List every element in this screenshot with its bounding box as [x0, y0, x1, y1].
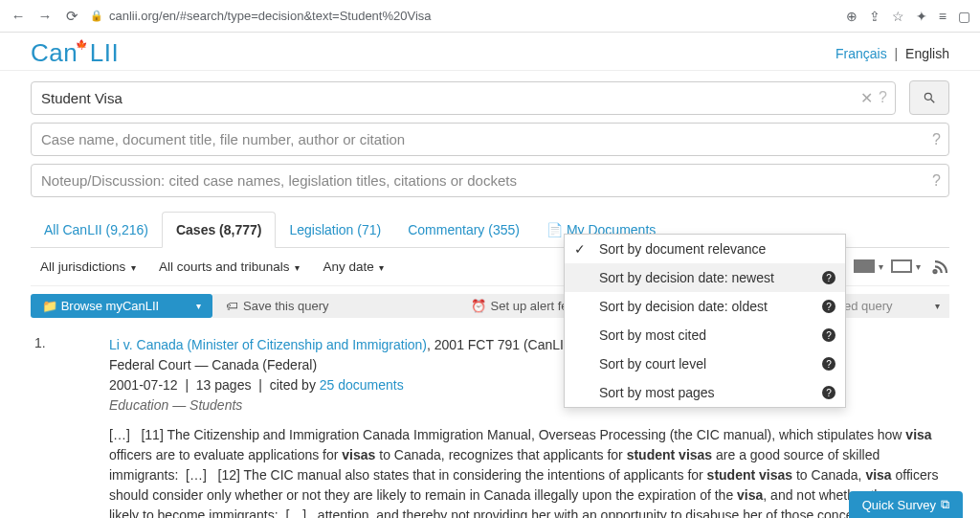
- sort-option[interactable]: Sort by decision date: oldest?: [565, 292, 845, 321]
- help-badge[interactable]: ?: [822, 328, 835, 342]
- tab-legislation[interactable]: Legislation (71): [276, 213, 394, 247]
- star-icon[interactable]: ☆: [892, 9, 904, 24]
- help-badge[interactable]: ?: [822, 357, 835, 371]
- logo[interactable]: Can🍁LII: [31, 38, 119, 68]
- window-icon[interactable]: ▢: [958, 9, 970, 24]
- search-query: Student Visa: [41, 90, 122, 106]
- save-query[interactable]: 🏷Save this query: [212, 294, 343, 318]
- sort-option[interactable]: Sort by most cited?: [565, 321, 845, 349]
- result-index: 1.: [31, 335, 100, 518]
- browser-actions: ⊕ ⇪ ☆ ✦ ≡ ▢: [846, 9, 970, 24]
- tab-cases[interactable]: Cases (8,777): [162, 212, 277, 248]
- filter-courts[interactable]: All courts and tribunals ▾: [159, 259, 300, 274]
- view-detailed-icon[interactable]: [854, 259, 875, 273]
- back-icon[interactable]: ←: [10, 8, 27, 24]
- folder-icon: 📁: [42, 299, 57, 313]
- filter-date[interactable]: Any date ▾: [323, 259, 384, 274]
- zoom-icon[interactable]: ⊕: [846, 9, 858, 24]
- svg-point-0: [924, 93, 931, 100]
- clear-icon[interactable]: ✕: [860, 89, 873, 107]
- noteup-input[interactable]: Noteup/Discussion: cited case names, leg…: [31, 164, 949, 197]
- leaf-icon: 🍁: [76, 39, 88, 50]
- view-toggle: ▾ ▾: [854, 258, 949, 276]
- search-button[interactable]: [909, 80, 949, 115]
- result-citation: , 2001 FCT 791 (CanLII): [427, 337, 571, 352]
- clock-icon: ⏰: [471, 299, 486, 313]
- menu-icon[interactable]: ≡: [939, 9, 947, 24]
- result-title[interactable]: Li v. Canada (Minister of Citizenship an…: [109, 337, 427, 352]
- help-badge[interactable]: ?: [822, 271, 835, 284]
- view-compact-icon[interactable]: [891, 259, 912, 273]
- sort-option[interactable]: Sort by court level?: [565, 349, 845, 378]
- quick-survey-button[interactable]: Quick Survey ⧉: [849, 491, 963, 518]
- case-name-input[interactable]: Case name, document title, file number, …: [31, 123, 949, 156]
- browser-toolbar: ← → ⟳ 🔒 canlii.org/en/#search/type=decis…: [0, 0, 980, 33]
- tag-icon: 🏷: [226, 299, 238, 313]
- search-input[interactable]: Student Visa ✕ ?: [31, 81, 896, 115]
- sort-option[interactable]: ✓Sort by document relevance: [565, 235, 845, 263]
- browse-mycanlii[interactable]: 📁 Browse myCanLII ▾: [31, 294, 212, 318]
- help-icon[interactable]: ?: [879, 89, 887, 107]
- tab-all[interactable]: All CanLII (9,216): [31, 213, 162, 247]
- forward-icon[interactable]: →: [36, 8, 54, 24]
- refine-query[interactable]: ed query ▾: [835, 294, 949, 318]
- svg-line-1: [931, 100, 935, 103]
- rss-icon[interactable]: [932, 258, 949, 276]
- help-icon[interactable]: ?: [932, 131, 941, 148]
- cited-link[interactable]: 25 documents: [320, 377, 404, 393]
- sort-dropdown: ✓Sort by document relevanceSort by decis…: [564, 234, 846, 408]
- document-icon: 📄: [546, 222, 563, 237]
- help-badge[interactable]: ?: [822, 386, 835, 399]
- reload-icon[interactable]: ⟳: [63, 8, 80, 25]
- result-snippet: […] [11] The Citizenship and Immigration…: [109, 425, 949, 518]
- sort-option[interactable]: Sort by decision date: newest?: [565, 263, 845, 292]
- help-icon[interactable]: ?: [932, 172, 941, 190]
- address-bar[interactable]: 🔒 canlii.org/en/#search/type=decision&te…: [90, 9, 836, 23]
- lang-en[interactable]: English: [905, 46, 949, 61]
- language-switch: Français | English: [835, 46, 949, 61]
- external-icon: ⧉: [941, 497, 949, 512]
- check-icon: ✓: [574, 241, 586, 257]
- search-icon: [923, 91, 936, 104]
- lang-fr[interactable]: Français: [835, 46, 887, 61]
- url-text: canlii.org/en/#search/type=decision&text…: [109, 9, 432, 23]
- filter-jurisdictions[interactable]: All jurisdictions ▾: [40, 259, 136, 274]
- share-icon[interactable]: ⇪: [869, 9, 880, 24]
- lock-icon: 🔒: [90, 10, 103, 22]
- sort-option[interactable]: Sort by most pages?: [565, 378, 845, 407]
- help-badge[interactable]: ?: [822, 300, 835, 313]
- extensions-icon[interactable]: ✦: [916, 9, 927, 24]
- header: Can🍁LII Français | English: [0, 33, 980, 71]
- tab-commentary[interactable]: Commentary (355): [394, 213, 533, 247]
